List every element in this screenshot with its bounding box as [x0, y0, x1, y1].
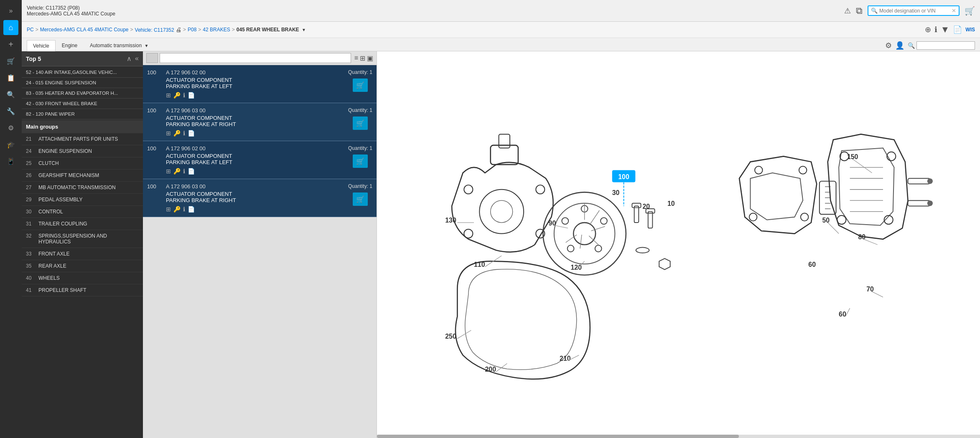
cart-header-icon[interactable]: 🛒	[965, 6, 975, 16]
expand-sidebar-icon[interactable]: »	[3, 3, 18, 18]
group-item-35[interactable]: 35 REAR AXLE	[22, 260, 143, 272]
top5-item-0[interactable]: 52 - 140 AIR INTAKE,GASOLINE VEHIC...	[22, 67, 143, 78]
part-pos-0: 100	[147, 69, 162, 76]
group-item-31[interactable]: 31 TRAILER COUPLING	[22, 218, 143, 230]
diagram-scrollbar-thumb[interactable]	[377, 435, 739, 438]
group-item-30[interactable]: 30 CONTROL	[22, 206, 143, 218]
breadcrumb-vehicle[interactable]: Vehicle: C117352 🖨	[135, 26, 181, 33]
top5-item-4[interactable]: 82 - 120 PANE WIPER	[22, 109, 143, 119]
part-info-icon-2[interactable]: ℹ	[183, 168, 185, 175]
alert-icon[interactable]: ⚠	[844, 6, 851, 15]
breadcrumb-42brakes[interactable]: 42 BRAKES	[203, 27, 230, 33]
copy-icon[interactable]: ⧉	[856, 5, 863, 16]
part-table-icon-2[interactable]: ⊞	[166, 168, 171, 175]
tab-search-input[interactable]	[916, 41, 975, 50]
group-item-29[interactable]: 29 PEDAL ASSEMBLY	[22, 194, 143, 206]
main-content: Vehicle: C117352 (P08) Mercedes-AMG CLA …	[22, 0, 980, 438]
part-desc2-0: PARKING BRAKE AT LEFT	[166, 83, 344, 89]
part-table-icon-3[interactable]: ⊞	[166, 206, 171, 213]
cart-sidebar-icon[interactable]: 🛒	[3, 53, 18, 68]
parts-list: 100 A 172 906 02 00 ACTUATOR COMPONENT P…	[143, 65, 377, 438]
filter-icon[interactable]: ▼	[941, 24, 950, 35]
wrench-sidebar-icon[interactable]: 🔧	[3, 104, 18, 119]
group-item-21[interactable]: 21 ATTACHMENT PARTS FOR UNITS	[22, 133, 143, 145]
header-right-controls: ⚠ ⧉ 🔍 ✕ 🛒	[844, 5, 975, 16]
vin-search-input[interactable]	[879, 8, 952, 14]
tab-automatic-transmission[interactable]: Automatic transmission ▼	[84, 40, 155, 51]
add-to-cart-btn-1[interactable]: 🛒	[353, 116, 368, 130]
group-item-25[interactable]: 25 CLUTCH	[22, 157, 143, 170]
add-sidebar-icon[interactable]: +	[3, 37, 18, 52]
add-to-cart-btn-3[interactable]: 🛒	[353, 192, 368, 206]
tab-search-icon: 🔍	[908, 42, 915, 49]
doc-export-icon[interactable]: 📄	[953, 25, 962, 34]
diagram-scrollbar[interactable]	[377, 435, 980, 438]
part-desc2-2: PARKING BRAKE AT LEFT	[166, 159, 344, 165]
part-qty-0: Quantity: 1 🛒	[348, 69, 372, 92]
part-key-icon-3[interactable]: 🔑	[173, 206, 181, 213]
part-key-icon-1[interactable]: 🔑	[173, 130, 181, 137]
image-view-icon[interactable]: ▣	[367, 54, 373, 62]
group-item-24[interactable]: 24 ENGINE SUSPENSION	[22, 145, 143, 157]
clear-search-icon[interactable]: ✕	[952, 8, 956, 14]
settings-tab-icon[interactable]: ⚙	[885, 41, 892, 50]
group-item-41[interactable]: 41 PROPELLER SHAFT	[22, 284, 143, 296]
part-doc-icon-2[interactable]: 📄	[188, 168, 195, 175]
search-sidebar-icon[interactable]: 🔍	[3, 87, 18, 102]
group-item-27[interactable]: 27 MB AUTOMATIC TRANSMISSION	[22, 182, 143, 194]
zoom-in-icon[interactable]: ⊕	[925, 25, 931, 34]
collapse-panel-icon[interactable]: ∧	[127, 55, 132, 63]
add-to-cart-btn-0[interactable]: 🛒	[353, 78, 368, 92]
person-tab-icon[interactable]: 👤	[895, 41, 904, 50]
graduation-sidebar-icon[interactable]: 🎓	[3, 137, 18, 152]
label-60-top: 60	[808, 261, 816, 268]
part-info-icon-0[interactable]: ℹ	[183, 92, 185, 99]
part-doc-icon-0[interactable]: 📄	[188, 92, 195, 99]
part-key-icon-0[interactable]: 🔑	[173, 92, 181, 99]
add-to-cart-btn-2[interactable]: 🛒	[353, 154, 368, 168]
part-doc-icon-1[interactable]: 📄	[188, 130, 195, 137]
part-table-icon-0[interactable]: ⊞	[166, 92, 171, 99]
part-table-icon-1[interactable]: ⊞	[166, 130, 171, 137]
right-panel: 100 130 110 90 120 20 10 30 150	[377, 51, 980, 438]
breadcrumb-model[interactable]: Mercedes-AMG CLA 45 4MATIC Coupe	[40, 27, 129, 33]
center-panel: ≡ ⊞ ▣ 100 A 172 906 02 00 ACTUATOR COMPO…	[143, 51, 377, 438]
group-item-32[interactable]: 32 SPRINGS,SUSPENSION AND HYDRAULICS	[22, 230, 143, 248]
search-magnifier-icon: 🔍	[871, 8, 878, 14]
top5-item-2[interactable]: 83 - 035 HEATER AND EVAPORATOR H...	[22, 88, 143, 99]
center-toolbar-back-btn[interactable]	[146, 53, 158, 63]
tab-vehicle[interactable]: Vehicle	[27, 40, 56, 51]
label-250: 250	[445, 333, 456, 340]
close-panel-icon[interactable]: «	[135, 55, 139, 63]
breadcrumb-p08[interactable]: P08	[188, 27, 196, 33]
part-info-icon-1[interactable]: ℹ	[183, 130, 185, 137]
part-key-icon-2[interactable]: 🔑	[173, 168, 181, 175]
part-doc-icon-3[interactable]: 📄	[188, 206, 195, 213]
part-info-icon-3[interactable]: ℹ	[183, 206, 185, 213]
info-icon[interactable]: ℹ	[934, 25, 937, 34]
group-item-26[interactable]: 26 GEARSHIFT MECHANISM	[22, 170, 143, 182]
breadcrumb-dropdown-arrow[interactable]: ▼	[302, 28, 306, 32]
header-vehicle-info: Vehicle: C117352 (P08) Mercedes-AMG CLA …	[27, 5, 115, 17]
tab-engine[interactable]: Engine	[56, 40, 84, 51]
qty-label-0: Quantity: 1	[348, 69, 372, 75]
list-view-icon[interactable]: ≡	[354, 54, 358, 62]
part-row-0: 100 A 172 906 02 00 ACTUATOR COMPONENT P…	[143, 65, 377, 103]
home-sidebar-icon[interactable]: ⌂	[3, 20, 18, 35]
top5-item-3[interactable]: 42 - 030 FRONT WHEEL BRAKE	[22, 99, 143, 109]
wis-icon[interactable]: WIS	[965, 27, 975, 33]
group-item-33[interactable]: 33 FRONT AXLE	[22, 248, 143, 260]
vehicle-model-label: Mercedes-AMG CLA 45 4MATIC Coupe	[27, 11, 115, 17]
group-item-40[interactable]: 40 WHEELS	[22, 272, 143, 284]
grid-view-icon[interactable]: ⊞	[360, 54, 365, 62]
docs-sidebar-icon[interactable]: 📋	[3, 70, 18, 85]
breadcrumb-pc[interactable]: PC	[27, 27, 34, 33]
center-toolbar-search[interactable]	[160, 53, 351, 63]
mobile-sidebar-icon[interactable]: 📱	[3, 154, 18, 169]
vin-search-box[interactable]: 🔍 ✕	[868, 5, 960, 16]
top5-item-1[interactable]: 24 - 015 ENGINE SUSPENSION	[22, 78, 143, 88]
sep3: >	[183, 27, 186, 33]
settings-sidebar-icon[interactable]: ⚙	[3, 120, 18, 135]
tab-dropdown-arrow[interactable]: ▼	[144, 43, 148, 48]
part-info-1: A 172 906 03 00 ACTUATOR COMPONENT PARKI…	[166, 107, 344, 137]
